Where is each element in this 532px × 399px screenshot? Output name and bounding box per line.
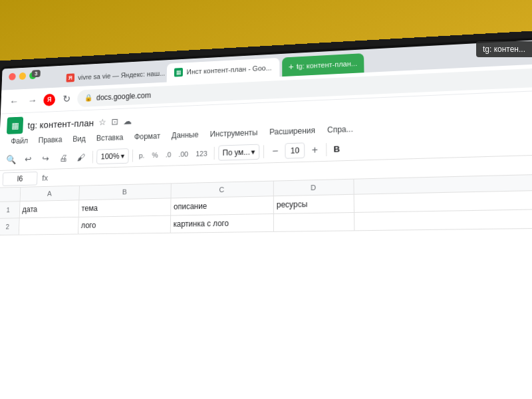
laptop-shell: 3 Я vivre sa vie — Яндекс: наш... ▦ Инст…: [0, 28, 532, 399]
forward-button[interactable]: →: [25, 92, 40, 109]
right-panel-label: tg: контен...: [476, 41, 532, 57]
font-size-decrease-button[interactable]: −: [268, 144, 283, 158]
sheets-app-icon: ▦: [7, 117, 23, 134]
menu-extensions[interactable]: Расширения: [264, 124, 321, 138]
folder-icon[interactable]: ⊡: [111, 116, 118, 126]
tab-plus-icon: +: [289, 61, 294, 72]
bold-button[interactable]: B: [331, 144, 343, 154]
back-button[interactable]: ←: [7, 93, 22, 109]
col-header-b: B: [79, 184, 171, 200]
reload-button[interactable]: ↻: [59, 90, 74, 107]
tab-favicon-yandex: Я: [66, 73, 74, 82]
menu-edit[interactable]: Правка: [33, 133, 66, 146]
menu-file[interactable]: Файл: [6, 134, 33, 148]
decimal-dec-button[interactable]: .0: [163, 150, 174, 158]
cell-reference[interactable]: I6: [3, 172, 38, 186]
currency-button[interactable]: р.: [136, 151, 147, 159]
menu-data[interactable]: Данные: [166, 128, 203, 142]
cell-a2[interactable]: [19, 217, 79, 235]
close-button[interactable]: [9, 73, 16, 80]
tab-tg-label: tg: контент-план...: [297, 59, 358, 70]
screen: 3 Я vivre sa vie — Яндекс: наш... ▦ Инст…: [0, 39, 532, 399]
cell-b2[interactable]: лого: [78, 216, 171, 234]
tab-favicon-sheets: ▦: [174, 68, 183, 77]
cell-b1[interactable]: тема: [79, 198, 172, 216]
window-controls: 3: [2, 66, 44, 85]
font-size-increase-button[interactable]: +: [307, 142, 322, 157]
fx-label: fx: [42, 173, 48, 182]
cell-d2[interactable]: [274, 213, 355, 231]
cell-a1[interactable]: дата: [20, 200, 80, 217]
percent-button[interactable]: %: [150, 151, 161, 159]
sort-dropdown-icon: ▾: [251, 147, 255, 156]
num-format-button[interactable]: 123: [193, 149, 209, 157]
zoom-dropdown-icon: ▾: [120, 152, 124, 160]
redo-button[interactable]: ↪: [38, 150, 54, 166]
row-number-1: 1: [0, 201, 20, 218]
print-button[interactable]: 🖨: [55, 150, 71, 166]
font-size-box: − 10 +: [268, 142, 322, 159]
col-header-d: D: [274, 180, 354, 196]
lock-icon: 🔒: [84, 94, 93, 102]
tab-tg[interactable]: + tg: контент-план...: [282, 53, 364, 76]
search-tool-button[interactable]: 🔍: [3, 151, 19, 168]
font-size-value[interactable]: 10: [285, 142, 305, 158]
toolbar-separator-4: [263, 145, 264, 158]
url-text: docs.google.com: [96, 90, 151, 102]
menu-tools[interactable]: Инструменты: [205, 126, 263, 140]
cell-c2[interactable]: картинка с лого: [171, 214, 274, 233]
yandex-browser-icon: Я: [43, 93, 55, 106]
zoom-value: 100%: [101, 152, 120, 161]
row-num-header: [0, 188, 21, 201]
star-icon[interactable]: ☆: [98, 117, 106, 127]
col-header-a: A: [21, 186, 80, 201]
minimize-button[interactable]: [19, 72, 27, 80]
col-header-c: C: [171, 182, 273, 198]
cell-c1[interactable]: описание: [171, 196, 274, 215]
toolbar-separator-3: [213, 146, 214, 159]
zoom-selector[interactable]: 100% ▾: [96, 148, 128, 164]
tab-yandex-label: vivre sa vie — Яндекс: наш...: [78, 69, 165, 81]
tab-count-badge: 3: [32, 70, 41, 77]
decimal-inc-button[interactable]: .00: [176, 150, 191, 158]
title-icons: ☆ ⊡ ☁: [98, 116, 132, 127]
tab-sheets-label: Инст контент-план - Goo...: [186, 64, 271, 76]
undo-button[interactable]: ↩: [21, 150, 37, 167]
row-number-2: 2: [0, 218, 20, 235]
cloud-icon[interactable]: ☁: [123, 116, 132, 126]
menu-help[interactable]: Спра...: [322, 122, 358, 137]
menu-insert[interactable]: Вставка: [92, 131, 128, 145]
cell-d1[interactable]: ресурсы: [274, 195, 354, 213]
toolbar-separator-2: [132, 149, 133, 162]
toolbar-separator-1: [92, 150, 93, 163]
sheets-title: tg: контент-план: [27, 117, 94, 130]
paint-format-button[interactable]: 🖌: [73, 149, 89, 166]
sort-value: По ум...: [223, 147, 250, 157]
sort-selector[interactable]: По ум... ▾: [218, 144, 260, 160]
toolbar-separator-5: [326, 143, 327, 156]
menu-format[interactable]: Формат: [129, 130, 165, 144]
menu-view[interactable]: Вид: [68, 132, 90, 146]
screen-bezel: 3 Я vivre sa vie — Яндекс: наш... ▦ Инст…: [0, 36, 532, 399]
